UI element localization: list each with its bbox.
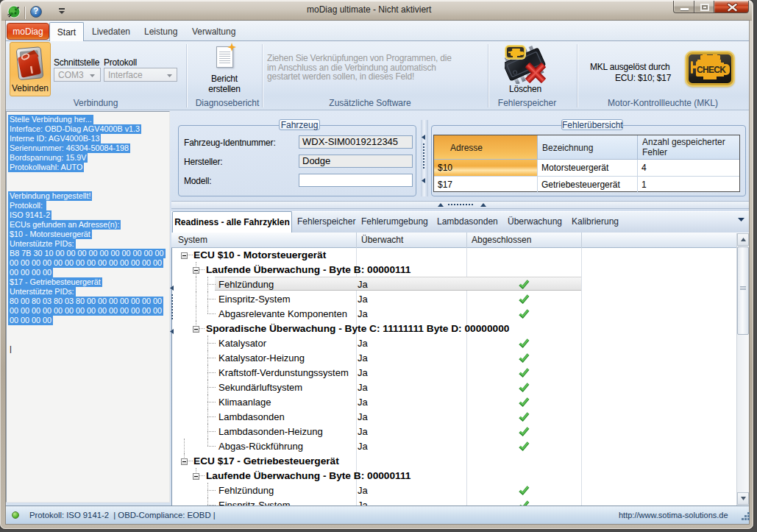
svg-text:CHECK: CHECK	[697, 65, 726, 75]
